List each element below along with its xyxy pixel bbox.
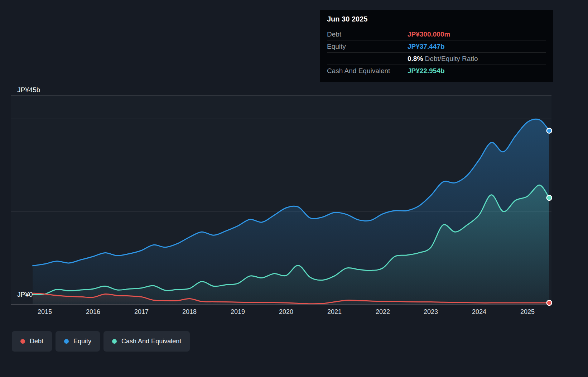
tooltip-row-equity: Equity JP¥37.447b (327, 40, 546, 52)
equity-dot-icon (64, 339, 69, 344)
x-axis-label-2023: 2023 (416, 308, 445, 316)
tooltip-cash-label: Cash And Equivalent (327, 67, 408, 75)
chart-page: JP¥45b JP¥0 2015201620172018201920202021… (0, 0, 588, 377)
tooltip-equity-label: Equity (327, 43, 408, 51)
y-axis-label-zero: JP¥0 (17, 291, 33, 299)
legend-label-cash: Cash And Equivalent (121, 338, 181, 345)
tooltip-debt-value: JP¥300.000m (408, 30, 546, 38)
cash-end-marker (547, 195, 552, 200)
x-axis-label-2025: 2025 (513, 308, 542, 316)
y-axis-label-max: JP¥45b (17, 86, 40, 94)
tooltip-ratio: 0.8% Debt/Equity Ratio (408, 55, 546, 63)
tooltip-date: Jun 30 2025 (327, 10, 546, 28)
legend: Debt Equity Cash And Equivalent (12, 331, 190, 352)
tooltip-debt-label: Debt (327, 30, 408, 38)
equity-end-marker (547, 128, 552, 133)
debt-end-marker (547, 300, 552, 305)
tooltip-cash-value: JP¥22.954b (408, 67, 546, 75)
tooltip-ratio-value: 0.8% (408, 55, 423, 62)
legend-item-debt[interactable]: Debt (12, 331, 52, 352)
tooltip-row-cash: Cash And Equivalent JP¥22.954b (327, 65, 546, 77)
x-axis-label-2016: 2016 (79, 308, 107, 316)
tooltip-row-debt: Debt JP¥300.000m (327, 28, 546, 40)
tooltip-row-ratio: 0.8% Debt/Equity Ratio (327, 52, 546, 65)
tooltip-equity-value: JP¥37.447b (408, 43, 546, 51)
x-axis-label-2017: 2017 (127, 308, 156, 316)
tooltip-ratio-label: Debt/Equity Ratio (425, 55, 478, 62)
x-axis-label-2020: 2020 (272, 308, 300, 316)
cash-dot-icon (112, 339, 117, 344)
x-axis-label-2022: 2022 (368, 308, 397, 316)
legend-item-equity[interactable]: Equity (56, 331, 100, 352)
x-axis-label-2018: 2018 (175, 308, 204, 316)
x-axis-label-2015: 2015 (30, 308, 59, 316)
legend-item-cash[interactable]: Cash And Equivalent (103, 331, 190, 352)
x-axis-label-2024: 2024 (465, 308, 493, 316)
legend-label-equity: Equity (73, 338, 91, 345)
x-axis-label-2021: 2021 (320, 308, 349, 316)
legend-label-debt: Debt (30, 338, 43, 345)
x-axis-label-2019: 2019 (223, 308, 252, 316)
tooltip: Jun 30 2025 Debt JP¥300.000m Equity JP¥3… (320, 10, 553, 82)
debt-dot-icon (20, 339, 25, 344)
